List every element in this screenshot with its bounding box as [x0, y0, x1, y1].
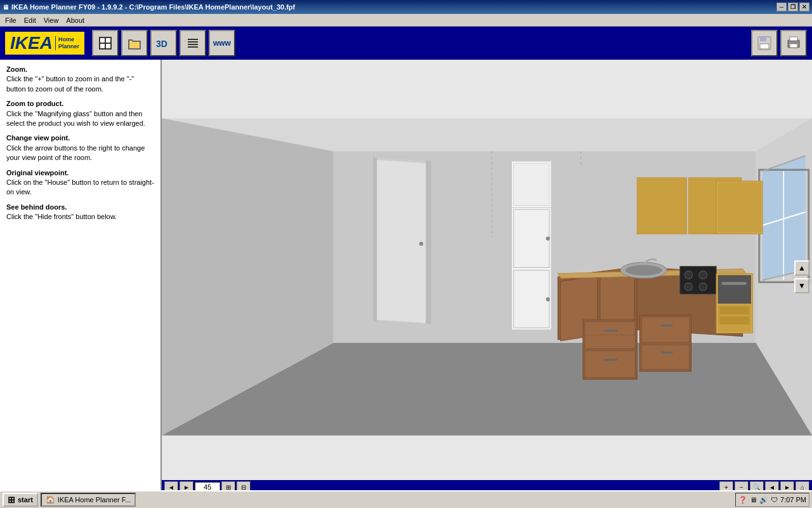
svg-rect-62: [721, 282, 747, 284]
nav-down-button[interactable]: ▼: [794, 278, 809, 293]
svg-rect-33: [514, 210, 549, 268]
svg-rect-71: [642, 345, 690, 370]
svg-rect-67: [604, 330, 617, 331]
room-canvas: [162, 60, 812, 494]
change-view-desc: Click the arrow buttons to the right to …: [6, 144, 145, 161]
taskbar: ⊞ start 🏠 IKEA Home Planner F... ❓ 🖥 🔊 🛡…: [0, 490, 812, 508]
svg-point-56: [699, 283, 707, 290]
tray-volume-icon: 🔊: [759, 496, 768, 504]
svg-rect-65: [585, 351, 635, 378]
main-area: Zoom. Click the "+" button to zoom in an…: [0, 60, 812, 494]
tray-network-icon: 🖥: [750, 496, 757, 504]
svg-rect-58: [718, 276, 750, 304]
svg-marker-25: [376, 158, 426, 323]
svg-rect-9: [760, 37, 766, 41]
zoom-title: Zoom.: [6, 65, 154, 74]
svg-rect-70: [642, 317, 690, 342]
svg-rect-52: [680, 266, 716, 294]
home-planner-text: HomePlanner: [55, 36, 79, 50]
original-title: Original viewpoint.: [6, 168, 154, 178]
taskbar-time: 7:07 PM: [780, 496, 806, 504]
original-desc: Click on the "House" button to return to…: [6, 178, 154, 196]
print-button[interactable]: [780, 30, 807, 57]
left-panel: Zoom. Click the "+" button to zoom in an…: [0, 60, 162, 494]
open-button[interactable]: [121, 30, 148, 57]
taskbar-app[interactable]: 🏠 IKEA Home Planner F...: [41, 493, 136, 507]
help-text: Zoom. Click the "+" button to zoom in an…: [0, 60, 160, 494]
www-button[interactable]: www: [209, 30, 235, 57]
menu-view[interactable]: View: [40, 15, 63, 25]
svg-rect-34: [514, 271, 549, 328]
svg-point-29: [419, 242, 423, 246]
svg-marker-28: [426, 160, 431, 324]
svg-rect-68: [604, 359, 617, 361]
svg-rect-42: [717, 182, 761, 232]
svg-rect-39: [638, 179, 685, 232]
start-icon: ⊞: [8, 495, 15, 505]
close-button[interactable]: ✕: [799, 3, 809, 11]
svg-rect-75: [514, 163, 549, 206]
start-button[interactable]: ⊞ start: [3, 493, 38, 507]
svg-rect-12: [790, 44, 797, 48]
start-label: start: [18, 496, 33, 504]
floor-plan-button[interactable]: [92, 30, 119, 57]
menu-bar: File Edit View About: [0, 14, 812, 27]
svg-point-35: [546, 237, 550, 241]
svg-marker-27: [373, 157, 377, 322]
list-button[interactable]: [180, 30, 206, 57]
menu-file[interactable]: File: [1, 15, 20, 25]
tray-security-icon: 🛡: [771, 496, 778, 504]
ikea-logo: IKEA HomePlanner: [5, 32, 84, 55]
svg-rect-73: [661, 352, 673, 354]
svg-rect-61: [719, 316, 749, 324]
change-view-title: Change view point.: [6, 133, 154, 143]
minimize-button[interactable]: ─: [776, 3, 787, 11]
ikea-text: IKEA: [10, 34, 53, 52]
app-icon: 🏠: [46, 495, 55, 504]
nav-up-button[interactable]: ▲: [794, 260, 809, 276]
3d-view[interactable]: ▲ ▼: [162, 60, 812, 494]
save-button[interactable]: [751, 30, 778, 57]
menu-about[interactable]: About: [62, 15, 88, 25]
menu-edit[interactable]: Edit: [20, 15, 40, 25]
title-bar: 🖥 IKEA Home Planner FY09 - 1.9.9.2 - C:\…: [0, 0, 812, 14]
view-3d-button[interactable]: 3D: [150, 30, 177, 57]
zoom-desc: Click the "+" button to zoom in and the …: [6, 75, 134, 92]
svg-rect-72: [661, 324, 673, 326]
app-label: IKEA Home Planner F...: [58, 496, 131, 504]
doors-desc: Click the "Hide fronts" button below.: [6, 213, 117, 220]
svg-rect-13: [790, 37, 797, 41]
svg-point-55: [684, 283, 692, 290]
svg-point-36: [546, 297, 550, 301]
zoom-product-title: Zoom to product.: [6, 99, 154, 109]
taskbar-tray: ❓ 🖥 🔊 🛡 7:07 PM: [735, 493, 809, 507]
tray-help-icon: ❓: [738, 496, 747, 504]
svg-rect-10: [760, 44, 769, 49]
svg-point-51: [625, 265, 662, 276]
svg-text:3D: 3D: [156, 39, 167, 49]
zoom-product-desc: Click the "Magnifying glass" button and …: [6, 110, 145, 127]
title-bar-text: IKEA Home Planner FY09 - 1.9.9.2 - C:\Pr…: [11, 3, 295, 11]
svg-point-53: [684, 271, 692, 279]
svg-rect-60: [719, 307, 749, 314]
restore-button[interactable]: ❐: [788, 3, 798, 11]
toolbar: IKEA HomePlanner 3D www: [0, 27, 812, 60]
svg-point-54: [699, 271, 707, 279]
doors-title: See behind doors.: [6, 203, 154, 212]
